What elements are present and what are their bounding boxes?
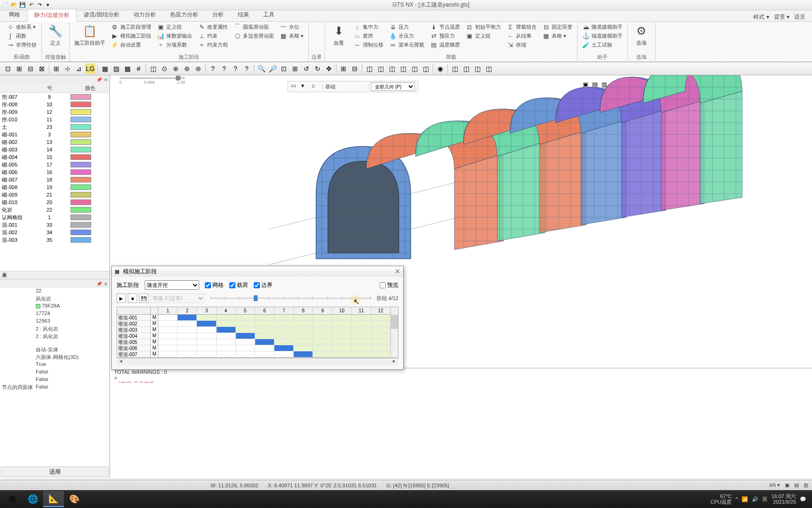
slip-circle-button[interactable]: ⌒圆弧滑动面 bbox=[232, 23, 276, 31]
tool-snap[interactable]: ⊹ bbox=[62, 64, 73, 74]
color-list-row[interactable]: 挖-00810 bbox=[0, 101, 109, 108]
tool-view-2[interactable]: ⊟ bbox=[350, 64, 360, 74]
tool-zoom-out[interactable]: 🔎 bbox=[267, 64, 278, 74]
slip-polygon-button[interactable]: ⬡多边形滑动面 bbox=[232, 32, 276, 40]
dialog-close-icon[interactable]: ✕ bbox=[395, 268, 400, 275]
color-list-row[interactable]: 挖-0079 bbox=[0, 93, 109, 101]
color-list-row[interactable]: 认网格组1 bbox=[0, 214, 109, 221]
close-panel-icon[interactable]: ✕ bbox=[104, 281, 108, 286]
stage-select[interactable]: 隧道开挖 bbox=[145, 280, 199, 290]
color-list-row[interactable]: 混-00133 bbox=[0, 221, 109, 229]
node-temp-button[interactable]: 🌡节点温度 bbox=[428, 23, 462, 31]
status-icon-2[interactable]: ▤ bbox=[794, 482, 799, 488]
color-list-row[interactable]: 挖-00912 bbox=[0, 108, 109, 116]
tunnel-wizard-button[interactable]: ⛰隧道建模助手 bbox=[580, 23, 625, 31]
init-balance-button[interactable]: ⚖初始平衡力 bbox=[464, 23, 503, 31]
tool-box-6[interactable]: ◫ bbox=[421, 64, 431, 74]
tool-q4[interactable]: ? bbox=[242, 64, 252, 74]
tool-3[interactable]: ⊟ bbox=[25, 64, 36, 74]
tab-mesh[interactable]: 网格 bbox=[2, 8, 27, 21]
surface-button[interactable]: ▦表格 ▾ bbox=[278, 32, 305, 40]
fixed-strain-button[interactable]: ⊟固定应变 bbox=[540, 23, 574, 31]
color-list-row[interactable]: 混-00335 bbox=[0, 236, 109, 244]
pin-icon[interactable]: 📌 bbox=[96, 77, 102, 82]
inelastic-hinge-button[interactable]: ⊸非弹性铰 bbox=[5, 40, 39, 49]
soil-test-button[interactable]: 🧪土工试验 bbox=[580, 40, 625, 49]
tab-seepage[interactable]: 渗流/固结分析 bbox=[77, 8, 126, 21]
play-button[interactable]: ▶ bbox=[117, 294, 126, 303]
tab-analysis[interactable]: 分析 bbox=[205, 8, 231, 21]
tool-rotate-r[interactable]: ↻ bbox=[312, 64, 323, 74]
tool-box-4[interactable]: ◫ bbox=[398, 64, 408, 74]
chk-preview[interactable]: 预览 bbox=[380, 281, 398, 289]
tool-axis[interactable]: ⊿ bbox=[74, 64, 84, 74]
tool-q2[interactable]: ? bbox=[219, 64, 229, 74]
define-group-button[interactable]: ▣定义组 bbox=[155, 23, 194, 31]
chk-mesh[interactable]: 网格 bbox=[205, 281, 224, 289]
taskbar-clock[interactable]: 16:07 周六 2021/9/25 bbox=[771, 493, 796, 505]
dialog-titlebar[interactable]: ▦ 模拟施工阶段 ✕ bbox=[112, 266, 403, 277]
tool-n2[interactable]: ⊛ bbox=[171, 64, 181, 74]
anchor-wizard-button[interactable]: ⚓锚道建模助手 bbox=[580, 32, 625, 40]
taskbar-notification-icon[interactable]: 💬 bbox=[800, 496, 806, 502]
simulate-stage-button[interactable]: ▶模拟施工阶段 bbox=[109, 32, 153, 40]
prestress-button[interactable]: ⇄预应力 bbox=[428, 32, 462, 40]
tab-dynamic[interactable]: 动力分析 bbox=[126, 8, 163, 21]
constraint-eq-button[interactable]: ≈约束方程 bbox=[196, 40, 230, 49]
color-list-row[interactable]: 混-00234 bbox=[0, 229, 109, 236]
point-force-button[interactable]: ↓集中力 bbox=[351, 23, 385, 31]
tool-q1[interactable]: ? bbox=[208, 64, 218, 74]
define-group2-button[interactable]: ▣定义组 bbox=[464, 32, 503, 40]
tool-grid[interactable]: ⊞ bbox=[51, 64, 62, 74]
status-icon-3[interactable]: ▥ bbox=[804, 482, 808, 488]
construction-stage-wizard-button[interactable]: 📋 施工阶段助手 bbox=[72, 23, 107, 48]
color-list-row[interactable]: 砌-00415 bbox=[0, 153, 109, 161]
tool-q3[interactable]: ? bbox=[230, 64, 241, 74]
new-file-icon[interactable]: 📄 bbox=[2, 1, 9, 9]
color-list-row[interactable]: 砌-00314 bbox=[0, 146, 109, 153]
color-list-row[interactable]: 砌-00517 bbox=[0, 161, 109, 168]
color-list-row[interactable]: 砌-00616 bbox=[0, 168, 109, 176]
auto-settings-button[interactable]: ⚡自动设置 bbox=[109, 40, 153, 49]
tool-n3[interactable]: ⊚ bbox=[182, 64, 192, 74]
tool-n4[interactable]: ⊜ bbox=[193, 64, 203, 74]
tool-box-5[interactable]: ◫ bbox=[409, 64, 420, 74]
tool-zoom-fit[interactable]: ⊡ bbox=[279, 64, 289, 74]
tool-1[interactable]: ⊡ bbox=[3, 64, 13, 74]
color-list-row[interactable]: 砌-0013 bbox=[0, 131, 109, 138]
water-pressure-button[interactable]: 💧水压力 bbox=[387, 32, 426, 40]
gantt-vscroll[interactable] bbox=[390, 307, 398, 357]
tab-result[interactable]: 结果 bbox=[231, 8, 256, 21]
open-file-icon[interactable]: 📂 bbox=[10, 1, 18, 9]
coord-system-button[interactable]: ⊹坐标系 ▾ bbox=[5, 23, 39, 31]
tool-render-1[interactable]: ◉ bbox=[435, 64, 445, 74]
table-button[interactable]: ▦表格 ▾ bbox=[540, 32, 574, 40]
stage-manage-button[interactable]: ⚙施工阶段管理 bbox=[109, 23, 153, 31]
save-icon[interactable]: 💾 bbox=[19, 1, 26, 9]
change-attribute-button[interactable]: ✎改变属性 bbox=[196, 23, 230, 31]
tool-box-3[interactable]: ◫ bbox=[387, 64, 397, 74]
taskbar-app-2[interactable]: 🎨 bbox=[64, 491, 85, 507]
tool-rotate-l[interactable]: ↺ bbox=[301, 64, 312, 74]
options-button[interactable]: ⚙ 选项 bbox=[631, 23, 652, 48]
taskbar-app-gts[interactable]: 📐 bbox=[43, 491, 64, 507]
tool-m4[interactable]: # bbox=[133, 64, 144, 74]
forced-disp-button[interactable]: ↔强制位移 bbox=[351, 40, 385, 49]
tool-m1[interactable]: ▦ bbox=[100, 64, 110, 74]
tool-render-2[interactable]: ◫ bbox=[450, 64, 460, 74]
color-list-row[interactable]: 砌-00921 bbox=[0, 191, 109, 198]
tool-cube[interactable]: ◫ bbox=[148, 64, 158, 74]
gantt-hscroll[interactable]: ◄► bbox=[117, 358, 398, 365]
beam-load-button[interactable]: ═梁单元荷载 bbox=[387, 40, 426, 49]
style-menu[interactable]: 样式 ▾ bbox=[753, 13, 769, 21]
pin-icon[interactable]: 📌 bbox=[96, 281, 102, 286]
redo-icon[interactable]: ↷ bbox=[36, 1, 43, 9]
stage-slider[interactable] bbox=[211, 294, 371, 303]
tool-m2[interactable]: ▨ bbox=[111, 64, 121, 74]
taskbar-app-1[interactable]: 🌐 bbox=[23, 491, 43, 507]
color-list-row[interactable]: 砌-00819 bbox=[0, 183, 109, 191]
close-panel-icon[interactable]: ✕ bbox=[104, 77, 108, 82]
shrinkage-button[interactable]: ⇲收缩 bbox=[505, 40, 539, 49]
taskbar-wifi-icon[interactable]: 📶 bbox=[742, 496, 748, 502]
taskbar-ime[interactable]: 英 bbox=[762, 496, 767, 503]
